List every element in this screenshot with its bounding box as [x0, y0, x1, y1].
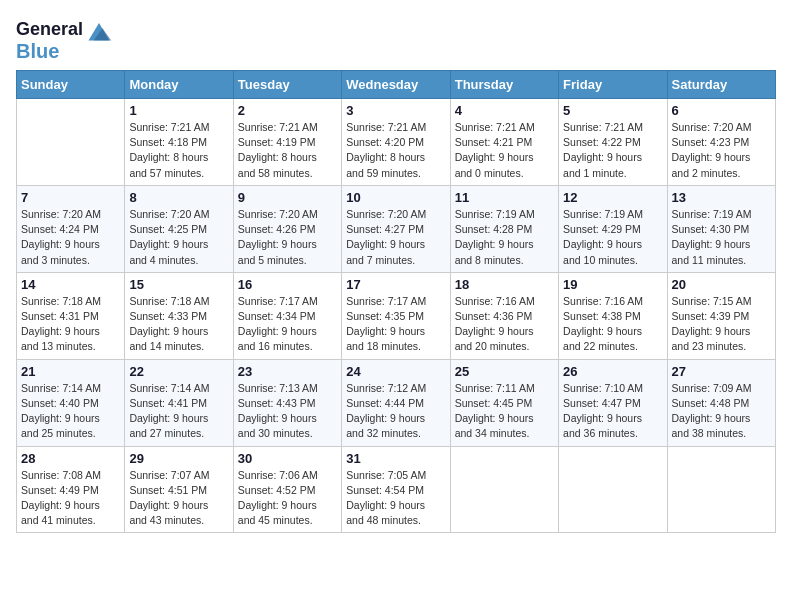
- calendar-cell: 4Sunrise: 7:21 AM Sunset: 4:21 PM Daylig…: [450, 99, 558, 186]
- calendar-cell: 1Sunrise: 7:21 AM Sunset: 4:18 PM Daylig…: [125, 99, 233, 186]
- calendar-cell: [450, 446, 558, 533]
- weekday-header-wednesday: Wednesday: [342, 71, 450, 99]
- calendar-cell: 20Sunrise: 7:15 AM Sunset: 4:39 PM Dayli…: [667, 272, 775, 359]
- calendar-week-row: 14Sunrise: 7:18 AM Sunset: 4:31 PM Dayli…: [17, 272, 776, 359]
- day-info: Sunrise: 7:19 AM Sunset: 4:29 PM Dayligh…: [563, 207, 662, 268]
- day-info: Sunrise: 7:19 AM Sunset: 4:30 PM Dayligh…: [672, 207, 771, 268]
- calendar-cell: 24Sunrise: 7:12 AM Sunset: 4:44 PM Dayli…: [342, 359, 450, 446]
- calendar-cell: 14Sunrise: 7:18 AM Sunset: 4:31 PM Dayli…: [17, 272, 125, 359]
- day-number: 20: [672, 277, 771, 292]
- calendar-cell: 28Sunrise: 7:08 AM Sunset: 4:49 PM Dayli…: [17, 446, 125, 533]
- day-number: 1: [129, 103, 228, 118]
- calendar-cell: [17, 99, 125, 186]
- calendar-cell: 11Sunrise: 7:19 AM Sunset: 4:28 PM Dayli…: [450, 185, 558, 272]
- calendar-cell: 30Sunrise: 7:06 AM Sunset: 4:52 PM Dayli…: [233, 446, 341, 533]
- logo-icon: [85, 16, 113, 44]
- day-number: 17: [346, 277, 445, 292]
- page-header: General Blue: [16, 16, 776, 62]
- day-number: 3: [346, 103, 445, 118]
- day-info: Sunrise: 7:09 AM Sunset: 4:48 PM Dayligh…: [672, 381, 771, 442]
- day-info: Sunrise: 7:10 AM Sunset: 4:47 PM Dayligh…: [563, 381, 662, 442]
- calendar-cell: 9Sunrise: 7:20 AM Sunset: 4:26 PM Daylig…: [233, 185, 341, 272]
- day-number: 18: [455, 277, 554, 292]
- calendar-cell: [667, 446, 775, 533]
- day-number: 29: [129, 451, 228, 466]
- day-number: 23: [238, 364, 337, 379]
- calendar-cell: 26Sunrise: 7:10 AM Sunset: 4:47 PM Dayli…: [559, 359, 667, 446]
- day-info: Sunrise: 7:16 AM Sunset: 4:36 PM Dayligh…: [455, 294, 554, 355]
- day-number: 22: [129, 364, 228, 379]
- calendar-week-row: 1Sunrise: 7:21 AM Sunset: 4:18 PM Daylig…: [17, 99, 776, 186]
- day-number: 31: [346, 451, 445, 466]
- day-number: 6: [672, 103, 771, 118]
- day-number: 4: [455, 103, 554, 118]
- weekday-header-row: SundayMondayTuesdayWednesdayThursdayFrid…: [17, 71, 776, 99]
- weekday-header-friday: Friday: [559, 71, 667, 99]
- day-number: 25: [455, 364, 554, 379]
- day-number: 2: [238, 103, 337, 118]
- calendar-cell: 25Sunrise: 7:11 AM Sunset: 4:45 PM Dayli…: [450, 359, 558, 446]
- day-number: 12: [563, 190, 662, 205]
- logo-blue-text: Blue: [16, 40, 59, 62]
- day-number: 24: [346, 364, 445, 379]
- calendar-cell: 5Sunrise: 7:21 AM Sunset: 4:22 PM Daylig…: [559, 99, 667, 186]
- calendar-cell: 17Sunrise: 7:17 AM Sunset: 4:35 PM Dayli…: [342, 272, 450, 359]
- calendar-cell: 19Sunrise: 7:16 AM Sunset: 4:38 PM Dayli…: [559, 272, 667, 359]
- day-info: Sunrise: 7:17 AM Sunset: 4:34 PM Dayligh…: [238, 294, 337, 355]
- day-info: Sunrise: 7:15 AM Sunset: 4:39 PM Dayligh…: [672, 294, 771, 355]
- calendar-table: SundayMondayTuesdayWednesdayThursdayFrid…: [16, 70, 776, 533]
- day-info: Sunrise: 7:14 AM Sunset: 4:41 PM Dayligh…: [129, 381, 228, 442]
- day-info: Sunrise: 7:20 AM Sunset: 4:23 PM Dayligh…: [672, 120, 771, 181]
- logo: General Blue: [16, 16, 113, 62]
- calendar-cell: 7Sunrise: 7:20 AM Sunset: 4:24 PM Daylig…: [17, 185, 125, 272]
- weekday-header-thursday: Thursday: [450, 71, 558, 99]
- calendar-cell: 12Sunrise: 7:19 AM Sunset: 4:29 PM Dayli…: [559, 185, 667, 272]
- day-info: Sunrise: 7:20 AM Sunset: 4:25 PM Dayligh…: [129, 207, 228, 268]
- day-number: 27: [672, 364, 771, 379]
- day-info: Sunrise: 7:19 AM Sunset: 4:28 PM Dayligh…: [455, 207, 554, 268]
- day-number: 30: [238, 451, 337, 466]
- day-info: Sunrise: 7:21 AM Sunset: 4:22 PM Dayligh…: [563, 120, 662, 181]
- day-info: Sunrise: 7:07 AM Sunset: 4:51 PM Dayligh…: [129, 468, 228, 529]
- day-number: 10: [346, 190, 445, 205]
- calendar-cell: 22Sunrise: 7:14 AM Sunset: 4:41 PM Dayli…: [125, 359, 233, 446]
- day-number: 19: [563, 277, 662, 292]
- calendar-cell: 29Sunrise: 7:07 AM Sunset: 4:51 PM Dayli…: [125, 446, 233, 533]
- day-info: Sunrise: 7:21 AM Sunset: 4:18 PM Dayligh…: [129, 120, 228, 181]
- calendar-cell: 31Sunrise: 7:05 AM Sunset: 4:54 PM Dayli…: [342, 446, 450, 533]
- day-number: 14: [21, 277, 120, 292]
- day-info: Sunrise: 7:14 AM Sunset: 4:40 PM Dayligh…: [21, 381, 120, 442]
- calendar-cell: 18Sunrise: 7:16 AM Sunset: 4:36 PM Dayli…: [450, 272, 558, 359]
- day-info: Sunrise: 7:13 AM Sunset: 4:43 PM Dayligh…: [238, 381, 337, 442]
- calendar-cell: 2Sunrise: 7:21 AM Sunset: 4:19 PM Daylig…: [233, 99, 341, 186]
- calendar-cell: 13Sunrise: 7:19 AM Sunset: 4:30 PM Dayli…: [667, 185, 775, 272]
- calendar-cell: 8Sunrise: 7:20 AM Sunset: 4:25 PM Daylig…: [125, 185, 233, 272]
- day-info: Sunrise: 7:18 AM Sunset: 4:33 PM Dayligh…: [129, 294, 228, 355]
- calendar-body: 1Sunrise: 7:21 AM Sunset: 4:18 PM Daylig…: [17, 99, 776, 533]
- calendar-week-row: 7Sunrise: 7:20 AM Sunset: 4:24 PM Daylig…: [17, 185, 776, 272]
- day-info: Sunrise: 7:06 AM Sunset: 4:52 PM Dayligh…: [238, 468, 337, 529]
- day-number: 26: [563, 364, 662, 379]
- calendar-week-row: 21Sunrise: 7:14 AM Sunset: 4:40 PM Dayli…: [17, 359, 776, 446]
- day-info: Sunrise: 7:21 AM Sunset: 4:19 PM Dayligh…: [238, 120, 337, 181]
- day-info: Sunrise: 7:16 AM Sunset: 4:38 PM Dayligh…: [563, 294, 662, 355]
- weekday-header-monday: Monday: [125, 71, 233, 99]
- weekday-header-sunday: Sunday: [17, 71, 125, 99]
- weekday-header-tuesday: Tuesday: [233, 71, 341, 99]
- day-info: Sunrise: 7:08 AM Sunset: 4:49 PM Dayligh…: [21, 468, 120, 529]
- calendar-cell: 23Sunrise: 7:13 AM Sunset: 4:43 PM Dayli…: [233, 359, 341, 446]
- calendar-cell: 3Sunrise: 7:21 AM Sunset: 4:20 PM Daylig…: [342, 99, 450, 186]
- calendar-cell: 6Sunrise: 7:20 AM Sunset: 4:23 PM Daylig…: [667, 99, 775, 186]
- day-number: 7: [21, 190, 120, 205]
- calendar-cell: 21Sunrise: 7:14 AM Sunset: 4:40 PM Dayli…: [17, 359, 125, 446]
- day-number: 28: [21, 451, 120, 466]
- day-info: Sunrise: 7:20 AM Sunset: 4:27 PM Dayligh…: [346, 207, 445, 268]
- day-info: Sunrise: 7:20 AM Sunset: 4:26 PM Dayligh…: [238, 207, 337, 268]
- calendar-cell: 10Sunrise: 7:20 AM Sunset: 4:27 PM Dayli…: [342, 185, 450, 272]
- calendar-cell: 16Sunrise: 7:17 AM Sunset: 4:34 PM Dayli…: [233, 272, 341, 359]
- day-info: Sunrise: 7:17 AM Sunset: 4:35 PM Dayligh…: [346, 294, 445, 355]
- calendar-cell: [559, 446, 667, 533]
- day-info: Sunrise: 7:18 AM Sunset: 4:31 PM Dayligh…: [21, 294, 120, 355]
- day-number: 13: [672, 190, 771, 205]
- calendar-header: SundayMondayTuesdayWednesdayThursdayFrid…: [17, 71, 776, 99]
